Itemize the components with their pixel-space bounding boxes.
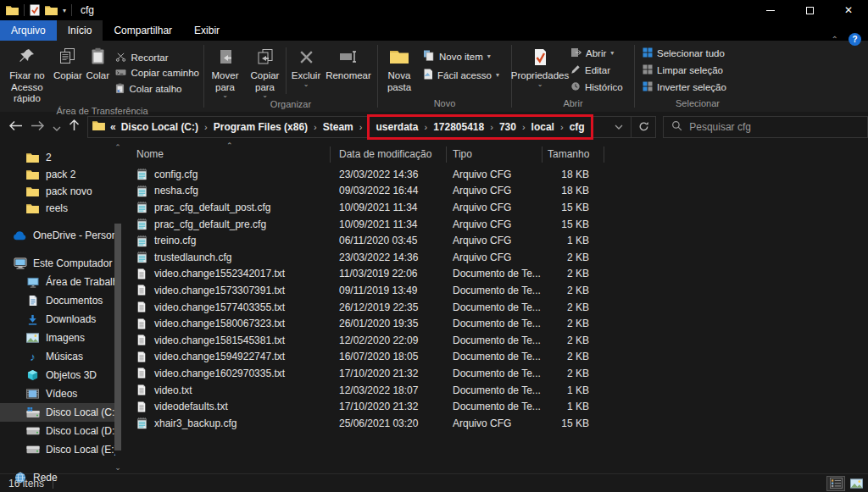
easy-access-button[interactable]: Fácil acesso ▾ xyxy=(423,69,499,81)
sidebar-item-area-de-trabalho[interactable]: Área de Trabalho xyxy=(0,273,115,291)
table-row[interactable]: video.change1573307391.txt 09/11/2019 13… xyxy=(123,282,868,299)
breadcrumb-segment-userdata[interactable]: userdata xyxy=(374,121,420,133)
breadcrumb-segment-disco-local-c[interactable]: Disco Local (C:) xyxy=(120,121,200,133)
sidebar-item-videos[interactable]: Vídeos xyxy=(0,384,115,403)
new-folder-button[interactable]: Nova pasta xyxy=(379,43,420,97)
sidebar-item-este-computador[interactable]: Este Computador xyxy=(0,254,115,273)
table-row[interactable]: videodefaults.txt 17/10/2020 21:32 Docum… xyxy=(123,398,868,415)
address-bar[interactable]: «Disco Local (C:)›Program Files (x86)›St… xyxy=(87,116,656,138)
minimize-button[interactable] xyxy=(751,0,790,20)
search-input[interactable] xyxy=(689,121,842,133)
paste-shortcut-button[interactable]: Colar atalho xyxy=(115,83,199,96)
sidebar-scrollbar[interactable]: ⌃ ⌄ xyxy=(114,143,122,472)
breadcrumb-segment-program-files-x86[interactable]: Program Files (x86) xyxy=(212,121,309,133)
maximize-icon xyxy=(806,7,814,14)
breadcrumb-segment-steam[interactable]: Steam xyxy=(321,121,355,133)
table-row[interactable]: video.change1594922747.txt 16/07/2020 18… xyxy=(123,349,868,366)
properties-button[interactable]: Propriedades ⌄ xyxy=(513,43,567,97)
refresh-icon[interactable] xyxy=(632,117,655,137)
chevron-down-icon: ⌄ xyxy=(537,82,543,87)
sidebar-item-objetos-3d[interactable]: Objetos 3D xyxy=(0,366,115,384)
column-header-tipo[interactable]: Tipo xyxy=(447,146,542,163)
pin-to-quick-access-button[interactable]: Fixar no Acesso rápido xyxy=(2,43,53,105)
details-view-button[interactable] xyxy=(826,476,845,491)
move-to-icon xyxy=(217,46,234,68)
delete-button[interactable]: Excluir ⌄ xyxy=(287,43,325,98)
sidebar-item-rede[interactable]: Rede xyxy=(0,468,115,487)
sidebar-item-onedrive-personal[interactable]: OneDrive - Personal xyxy=(0,226,115,245)
sidebar-item-documentos[interactable]: Documentos xyxy=(0,291,115,310)
help-icon[interactable]: ? xyxy=(849,33,861,46)
invert-selection-button[interactable]: Inverter seleção xyxy=(643,81,726,93)
qat-customize-chevron-icon[interactable]: ▾ xyxy=(63,7,66,14)
tab-inicio[interactable]: Início xyxy=(57,20,103,41)
clear-selection-button[interactable]: Limpar seleção xyxy=(643,64,726,76)
sidebar-item-reels[interactable]: reels xyxy=(0,200,115,217)
table-row[interactable]: config.cfg 23/03/2022 14:36 Arquivo CFG … xyxy=(123,166,868,183)
recent-locations-chevron-icon[interactable] xyxy=(53,119,61,135)
copy-button[interactable]: Copiar xyxy=(53,43,83,105)
new-folder-quick-button[interactable] xyxy=(45,5,58,16)
properties-quick-button[interactable] xyxy=(30,4,40,16)
file-name: video.change1602970335.txt xyxy=(154,368,285,379)
maximize-button[interactable] xyxy=(790,0,829,20)
new-item-button[interactable]: Novo item ▾ xyxy=(423,50,499,63)
table-row[interactable]: video.change1602970335.txt 17/10/2020 21… xyxy=(123,365,868,382)
chevron-right-icon: › xyxy=(355,122,367,132)
large-icons-view-button[interactable] xyxy=(847,476,865,491)
sidebar-item-imagens[interactable]: Imagens xyxy=(0,329,115,347)
table-row[interactable]: video.change1552342017.txt 11/03/2019 22… xyxy=(123,266,868,283)
search-box[interactable] xyxy=(663,116,868,138)
table-row[interactable]: prac_cfg_default_pre.cfg 10/09/2021 11:3… xyxy=(123,216,868,233)
move-to-button[interactable]: Mover para ⌄ xyxy=(205,43,245,98)
tab-arquivo[interactable]: Arquivo xyxy=(0,20,57,41)
breadcrumb-segment-local[interactable]: local xyxy=(530,121,556,133)
scrollbar-thumb[interactable] xyxy=(114,224,121,451)
sidebar-item-pack-novo[interactable]: pack novo xyxy=(0,183,115,200)
close-button[interactable]: ✕ xyxy=(829,0,868,20)
breadcrumb-overflow-icon[interactable]: « xyxy=(105,121,120,133)
rename-button[interactable]: Renomear xyxy=(325,43,372,98)
breadcrumb-segment-172805418[interactable]: 172805418 xyxy=(431,121,486,133)
table-row[interactable]: prac_cfg_default_post.cfg 10/09/2021 11:… xyxy=(123,199,868,216)
table-row[interactable]: treino.cfg 06/11/2020 03:45 Arquivo CFG … xyxy=(123,232,868,249)
breadcrumb-segment-730[interactable]: 730 xyxy=(498,121,518,133)
edit-button[interactable]: Editar xyxy=(570,64,623,76)
history-button[interactable]: Histórico xyxy=(570,81,623,93)
open-button[interactable]: Abrir ▾ xyxy=(570,47,623,59)
table-row[interactable]: video.change1581545381.txt 12/02/2020 22… xyxy=(123,332,868,349)
sidebar-item-disco-local-c[interactable]: Disco Local (C:) xyxy=(0,403,115,422)
column-header-data[interactable]: Data de modificação xyxy=(331,146,447,163)
address-dropdown-chevron-icon[interactable] xyxy=(607,117,631,137)
group-label-select: Selecionar xyxy=(636,97,760,112)
clear-selection-icon xyxy=(643,64,653,76)
copy-path-button[interactable]: Copiar caminho xyxy=(115,68,199,79)
tab-compartilhar[interactable]: Compartilhar xyxy=(103,20,183,41)
up-button[interactable] xyxy=(69,119,80,135)
column-header-tamanho[interactable]: Tamanho xyxy=(542,146,604,163)
sidebar-item-pack-2[interactable]: pack 2 xyxy=(0,166,115,183)
sidebar-item-musicas[interactable]: ♪ Músicas xyxy=(0,347,115,366)
scroll-up-icon[interactable]: ⌃ xyxy=(114,143,122,152)
table-row[interactable]: nesha.cfg 09/03/2022 16:44 Arquivo CFG 1… xyxy=(123,183,868,200)
sidebar-item-disco-local-e[interactable]: Disco Local (E:) xyxy=(0,440,115,459)
tab-exibir[interactable]: Exibir xyxy=(183,20,231,41)
table-row[interactable]: trustedlaunch.cfg 23/03/2022 14:36 Arqui… xyxy=(123,249,868,266)
table-row[interactable]: xhair3_backup.cfg 25/06/2021 03:20 Arqui… xyxy=(123,415,868,432)
select-all-button[interactable]: Selecionar tudo xyxy=(643,47,726,59)
table-row[interactable]: video.change1580067323.txt 26/01/2020 19… xyxy=(123,315,868,332)
table-row[interactable]: video.change1577403355.txt 26/12/2019 22… xyxy=(123,299,868,316)
forward-button[interactable] xyxy=(31,119,45,135)
minimize-ribbon-icon[interactable]: ⌃ xyxy=(832,35,838,44)
main-area: 2 pack 2 pack novo reels OneDrive - Pers… xyxy=(0,141,868,473)
sidebar-item-2[interactable]: 2 xyxy=(0,149,115,166)
sidebar-item-downloads[interactable]: Downloads xyxy=(0,310,115,329)
table-row[interactable]: video.txt 12/03/2022 18:07 Documento de … xyxy=(123,382,868,399)
paste-button[interactable]: Colar xyxy=(83,43,112,105)
scroll-down-icon[interactable]: ⌄ xyxy=(114,463,122,472)
sidebar-item-disco-local-d[interactable]: Disco Local (D:) xyxy=(0,422,115,440)
copy-to-button[interactable]: Copiar para ⌄ xyxy=(245,43,285,98)
back-button[interactable] xyxy=(8,119,23,135)
cut-button[interactable]: Recortar xyxy=(115,53,199,64)
breadcrumb-segment-cfg[interactable]: cfg xyxy=(568,121,587,133)
